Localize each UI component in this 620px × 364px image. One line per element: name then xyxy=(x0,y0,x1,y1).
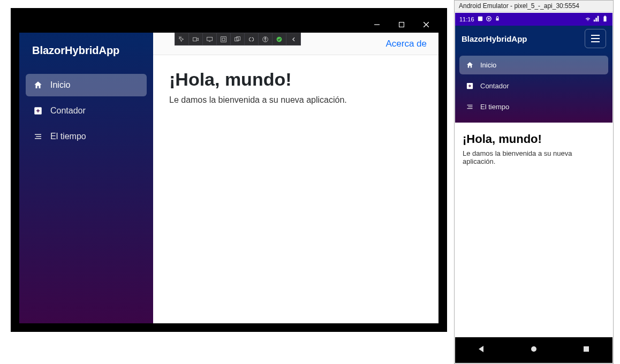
mobile-sidebar-item-contador[interactable]: Contador xyxy=(459,77,608,95)
debug-brackets-icon[interactable] xyxy=(245,33,259,45)
status-lock-icon xyxy=(495,16,500,22)
android-emulator: Android Emulator - pixel_5_-_api_30:5554… xyxy=(454,0,614,364)
sidebar-item-el-tiempo[interactable]: El tiempo xyxy=(26,125,147,148)
debug-hot-reload-icon[interactable] xyxy=(273,33,286,45)
svg-rect-13 xyxy=(221,36,226,42)
home-icon xyxy=(33,80,43,90)
android-back-button[interactable] xyxy=(477,345,486,355)
desktop-frame: BlazorHybridApp Inicio Contador xyxy=(11,8,447,332)
debug-accessibility-icon[interactable] xyxy=(259,33,273,45)
svg-rect-11 xyxy=(207,37,213,41)
status-circle-icon xyxy=(486,16,492,22)
app-body: BlazorHybridApp Inicio Contador xyxy=(19,33,438,323)
mobile-nav: Inicio Contador El tiempo xyxy=(455,51,613,123)
mobile-app-title: BlazorHybridApp xyxy=(462,34,527,43)
debug-overlay-icon[interactable] xyxy=(231,33,245,45)
android-home-button[interactable] xyxy=(530,345,538,355)
top-row: Acerca de xyxy=(153,33,438,55)
sidebar-item-label: Inicio xyxy=(50,80,70,90)
desktop-window: BlazorHybridApp Inicio Contador xyxy=(19,17,438,323)
svg-rect-1 xyxy=(399,22,404,27)
sidebar-item-contador[interactable]: Contador xyxy=(26,100,147,122)
mobile-content: ¡Hola, mundo! Le damos la bienvenida a s… xyxy=(455,123,613,337)
android-recents-button[interactable] xyxy=(582,345,591,355)
debug-collapse-icon[interactable] xyxy=(286,33,300,45)
sidebar-item-label: El tiempo xyxy=(50,132,86,141)
debug-select-element-icon[interactable] xyxy=(175,33,189,45)
list-icon xyxy=(33,132,43,141)
sidebar-item-label: Contador xyxy=(50,106,86,116)
debug-layout-icon[interactable] xyxy=(217,33,231,45)
home-icon xyxy=(466,61,474,69)
maximize-button[interactable] xyxy=(389,17,414,33)
phone-screen: 11:16 BlazorHybridApp xyxy=(455,13,613,363)
status-time: 11:16 xyxy=(459,16,474,22)
svg-rect-14 xyxy=(222,38,225,41)
mobile-subtext: Le damos la bienvenida a su nueva aplica… xyxy=(463,149,605,165)
mobile-header: BlazorHybridApp xyxy=(455,26,613,51)
status-debug-icon xyxy=(478,16,483,22)
android-statusbar: 11:16 xyxy=(455,13,613,26)
page-heading: ¡Hola, mundo! xyxy=(169,69,422,90)
mobile-sidebar-item-inicio[interactable]: Inicio xyxy=(459,56,608,74)
svg-point-35 xyxy=(531,346,536,352)
sidebar-item-label: El tiempo xyxy=(480,103,509,111)
svg-point-22 xyxy=(488,18,489,19)
sidebar-item-label: Contador xyxy=(480,82,509,90)
main-area: Acerca de ¡Hola, mundo! Le damos la bien… xyxy=(153,33,438,323)
wifi-icon xyxy=(585,16,591,23)
android-navbar xyxy=(455,337,613,363)
list-icon xyxy=(466,103,474,111)
svg-rect-24 xyxy=(603,17,606,21)
nav-list: Inicio Contador El tiempo xyxy=(26,74,147,148)
svg-rect-20 xyxy=(478,17,482,21)
page-content: ¡Hola, mundo! Le damos la bienvenida a s… xyxy=(153,55,438,119)
minimize-button[interactable] xyxy=(365,17,389,33)
signal-icon xyxy=(593,16,600,23)
sidebar-item-label: Inicio xyxy=(480,61,496,69)
plus-icon xyxy=(466,82,474,90)
mobile-heading: ¡Hola, mundo! xyxy=(463,132,605,146)
app-title: BlazorHybridApp xyxy=(26,42,147,66)
page-subtext: Le damos la bienvenida a su nueva aplica… xyxy=(169,95,422,105)
debug-screen-icon[interactable] xyxy=(203,33,217,45)
battery-icon xyxy=(602,16,608,23)
close-button[interactable] xyxy=(414,17,438,33)
window-titlebar xyxy=(19,17,438,33)
svg-rect-25 xyxy=(604,16,606,17)
sidebar-item-inicio[interactable]: Inicio xyxy=(26,74,147,96)
vs-debug-toolbar xyxy=(175,33,301,46)
svg-point-18 xyxy=(264,37,266,39)
hamburger-button[interactable] xyxy=(585,29,606,48)
svg-rect-10 xyxy=(193,37,197,41)
about-link[interactable]: Acerca de xyxy=(385,39,427,49)
mobile-sidebar-item-el-tiempo[interactable]: El tiempo xyxy=(459,97,608,116)
svg-rect-36 xyxy=(584,346,589,352)
sidebar: BlazorHybridApp Inicio Contador xyxy=(19,33,153,323)
emulator-title: Android Emulator - pixel_5_-_api_30:5554 xyxy=(455,1,613,12)
debug-camera-icon[interactable] xyxy=(189,33,203,45)
svg-rect-23 xyxy=(496,18,498,20)
plus-icon xyxy=(33,106,43,116)
